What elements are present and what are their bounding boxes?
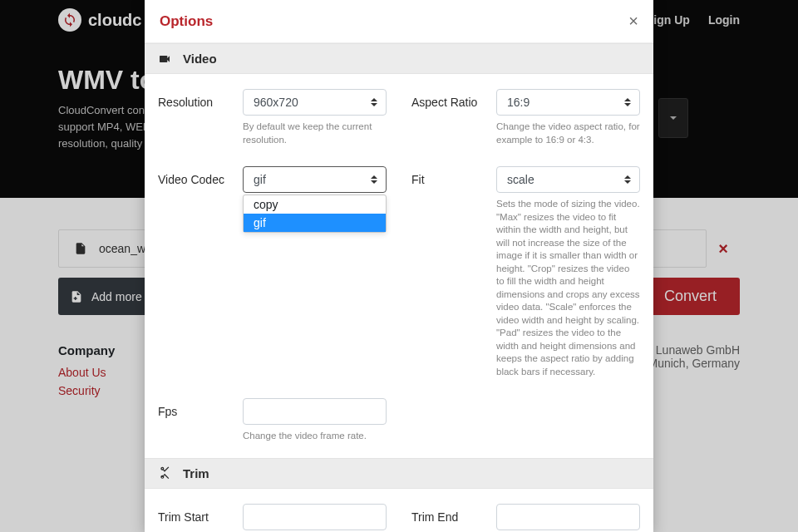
modal-close-button[interactable]: × xyxy=(628,12,638,31)
fit-label: Fit xyxy=(411,166,490,378)
trim-start-input[interactable] xyxy=(243,504,387,530)
aspect-select[interactable]: 16:9 xyxy=(496,89,640,116)
trim-start-label: Trim Start xyxy=(158,504,236,532)
section-trim-header: Trim xyxy=(145,458,653,489)
resolution-select[interactable]: 960x720 xyxy=(243,89,387,116)
codec-option-gif[interactable]: gif xyxy=(244,214,386,232)
video-icon xyxy=(158,52,171,66)
codec-option-copy[interactable]: copy xyxy=(244,195,386,214)
modal-title: Options xyxy=(160,13,213,30)
fit-select[interactable]: scale xyxy=(496,166,640,193)
codec-select[interactable]: gif xyxy=(243,166,387,193)
options-modal: Options × Video Resolution 960x720 By de… xyxy=(145,0,653,532)
fps-help: Change the video frame rate. xyxy=(243,430,387,443)
resolution-label: Resolution xyxy=(158,89,236,146)
aspect-help: Change the video aspect ratio, for examp… xyxy=(496,121,640,146)
fps-label: Fps xyxy=(158,398,236,443)
fps-input[interactable] xyxy=(243,398,387,425)
trim-end-label: Trim End xyxy=(411,504,490,532)
resolution-help: By default we keep the current resolutio… xyxy=(243,121,387,146)
fit-help: Sets the mode of sizing the video. "Max"… xyxy=(496,198,640,378)
section-video-header: Video xyxy=(145,43,653,74)
trim-end-input[interactable] xyxy=(496,504,640,530)
scissors-icon xyxy=(158,466,171,480)
codec-label: Video Codec xyxy=(158,166,236,378)
codec-dropdown: copy gif xyxy=(243,195,387,233)
aspect-label: Aspect Ratio xyxy=(411,89,490,146)
